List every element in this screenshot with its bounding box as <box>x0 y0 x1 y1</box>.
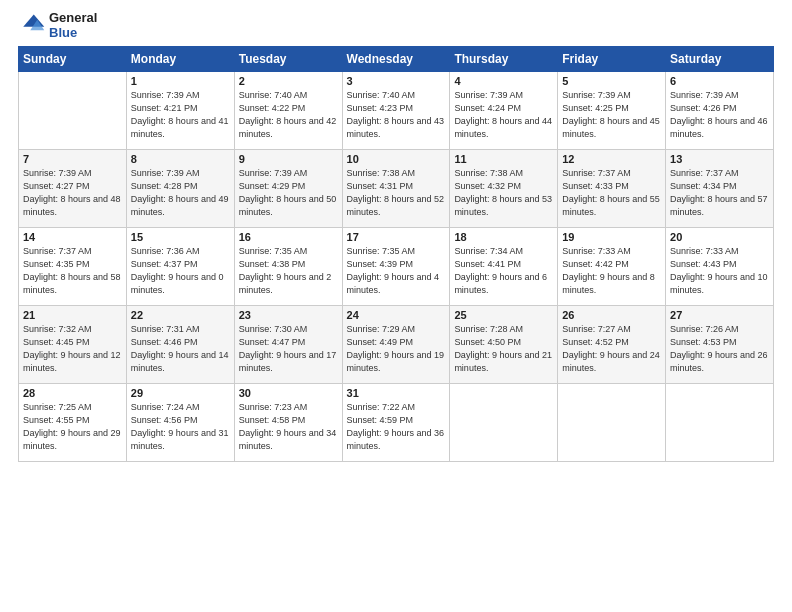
day-number: 15 <box>131 231 230 243</box>
day-number: 12 <box>562 153 661 165</box>
weekday-header-friday: Friday <box>558 47 666 72</box>
calendar-cell: 2Sunrise: 7:40 AMSunset: 4:22 PMDaylight… <box>234 72 342 150</box>
day-info: Sunrise: 7:27 AMSunset: 4:52 PMDaylight:… <box>562 323 661 375</box>
day-info: Sunrise: 7:39 AMSunset: 4:26 PMDaylight:… <box>670 89 769 141</box>
week-row-4: 21Sunrise: 7:32 AMSunset: 4:45 PMDayligh… <box>19 306 774 384</box>
calendar-cell: 20Sunrise: 7:33 AMSunset: 4:43 PMDayligh… <box>666 228 774 306</box>
week-row-1: 1Sunrise: 7:39 AMSunset: 4:21 PMDaylight… <box>19 72 774 150</box>
day-number: 17 <box>347 231 446 243</box>
day-number: 29 <box>131 387 230 399</box>
calendar-cell: 27Sunrise: 7:26 AMSunset: 4:53 PMDayligh… <box>666 306 774 384</box>
day-number: 9 <box>239 153 338 165</box>
calendar-cell: 17Sunrise: 7:35 AMSunset: 4:39 PMDayligh… <box>342 228 450 306</box>
day-number: 23 <box>239 309 338 321</box>
calendar-cell: 29Sunrise: 7:24 AMSunset: 4:56 PMDayligh… <box>126 384 234 462</box>
weekday-header-saturday: Saturday <box>666 47 774 72</box>
day-info: Sunrise: 7:37 AMSunset: 4:35 PMDaylight:… <box>23 245 122 297</box>
day-info: Sunrise: 7:39 AMSunset: 4:24 PMDaylight:… <box>454 89 553 141</box>
day-info: Sunrise: 7:34 AMSunset: 4:41 PMDaylight:… <box>454 245 553 297</box>
day-number: 28 <box>23 387 122 399</box>
day-number: 16 <box>239 231 338 243</box>
day-number: 26 <box>562 309 661 321</box>
day-info: Sunrise: 7:35 AMSunset: 4:39 PMDaylight:… <box>347 245 446 297</box>
calendar-cell: 4Sunrise: 7:39 AMSunset: 4:24 PMDaylight… <box>450 72 558 150</box>
day-info: Sunrise: 7:40 AMSunset: 4:22 PMDaylight:… <box>239 89 338 141</box>
day-info: Sunrise: 7:35 AMSunset: 4:38 PMDaylight:… <box>239 245 338 297</box>
calendar-cell: 31Sunrise: 7:22 AMSunset: 4:59 PMDayligh… <box>342 384 450 462</box>
day-info: Sunrise: 7:23 AMSunset: 4:58 PMDaylight:… <box>239 401 338 453</box>
day-number: 6 <box>670 75 769 87</box>
calendar-cell: 3Sunrise: 7:40 AMSunset: 4:23 PMDaylight… <box>342 72 450 150</box>
day-info: Sunrise: 7:24 AMSunset: 4:56 PMDaylight:… <box>131 401 230 453</box>
calendar-cell: 25Sunrise: 7:28 AMSunset: 4:50 PMDayligh… <box>450 306 558 384</box>
day-number: 27 <box>670 309 769 321</box>
calendar-cell: 8Sunrise: 7:39 AMSunset: 4:28 PMDaylight… <box>126 150 234 228</box>
weekday-header-wednesday: Wednesday <box>342 47 450 72</box>
day-number: 1 <box>131 75 230 87</box>
calendar-cell: 5Sunrise: 7:39 AMSunset: 4:25 PMDaylight… <box>558 72 666 150</box>
day-number: 14 <box>23 231 122 243</box>
day-number: 11 <box>454 153 553 165</box>
week-row-3: 14Sunrise: 7:37 AMSunset: 4:35 PMDayligh… <box>19 228 774 306</box>
calendar-cell: 1Sunrise: 7:39 AMSunset: 4:21 PMDaylight… <box>126 72 234 150</box>
day-info: Sunrise: 7:31 AMSunset: 4:46 PMDaylight:… <box>131 323 230 375</box>
day-number: 4 <box>454 75 553 87</box>
day-info: Sunrise: 7:37 AMSunset: 4:34 PMDaylight:… <box>670 167 769 219</box>
calendar-cell: 12Sunrise: 7:37 AMSunset: 4:33 PMDayligh… <box>558 150 666 228</box>
weekday-header-monday: Monday <box>126 47 234 72</box>
day-info: Sunrise: 7:32 AMSunset: 4:45 PMDaylight:… <box>23 323 122 375</box>
day-number: 18 <box>454 231 553 243</box>
calendar-cell: 13Sunrise: 7:37 AMSunset: 4:34 PMDayligh… <box>666 150 774 228</box>
day-info: Sunrise: 7:30 AMSunset: 4:47 PMDaylight:… <box>239 323 338 375</box>
day-info: Sunrise: 7:39 AMSunset: 4:25 PMDaylight:… <box>562 89 661 141</box>
calendar-cell: 23Sunrise: 7:30 AMSunset: 4:47 PMDayligh… <box>234 306 342 384</box>
calendar-cell: 15Sunrise: 7:36 AMSunset: 4:37 PMDayligh… <box>126 228 234 306</box>
calendar-table: SundayMondayTuesdayWednesdayThursdayFrid… <box>18 46 774 462</box>
calendar-cell <box>19 72 127 150</box>
calendar-cell: 30Sunrise: 7:23 AMSunset: 4:58 PMDayligh… <box>234 384 342 462</box>
weekday-header-row: SundayMondayTuesdayWednesdayThursdayFrid… <box>19 47 774 72</box>
day-number: 13 <box>670 153 769 165</box>
day-number: 7 <box>23 153 122 165</box>
calendar-cell: 10Sunrise: 7:38 AMSunset: 4:31 PMDayligh… <box>342 150 450 228</box>
week-row-5: 28Sunrise: 7:25 AMSunset: 4:55 PMDayligh… <box>19 384 774 462</box>
day-info: Sunrise: 7:37 AMSunset: 4:33 PMDaylight:… <box>562 167 661 219</box>
day-info: Sunrise: 7:33 AMSunset: 4:42 PMDaylight:… <box>562 245 661 297</box>
calendar-cell <box>666 384 774 462</box>
day-number: 10 <box>347 153 446 165</box>
day-number: 22 <box>131 309 230 321</box>
day-info: Sunrise: 7:39 AMSunset: 4:28 PMDaylight:… <box>131 167 230 219</box>
calendar-cell: 28Sunrise: 7:25 AMSunset: 4:55 PMDayligh… <box>19 384 127 462</box>
calendar-cell <box>450 384 558 462</box>
day-info: Sunrise: 7:39 AMSunset: 4:29 PMDaylight:… <box>239 167 338 219</box>
calendar-cell: 9Sunrise: 7:39 AMSunset: 4:29 PMDaylight… <box>234 150 342 228</box>
day-info: Sunrise: 7:40 AMSunset: 4:23 PMDaylight:… <box>347 89 446 141</box>
svg-marker-0 <box>23 15 44 27</box>
day-number: 3 <box>347 75 446 87</box>
day-number: 5 <box>562 75 661 87</box>
day-info: Sunrise: 7:38 AMSunset: 4:31 PMDaylight:… <box>347 167 446 219</box>
day-info: Sunrise: 7:39 AMSunset: 4:21 PMDaylight:… <box>131 89 230 141</box>
weekday-header-thursday: Thursday <box>450 47 558 72</box>
day-info: Sunrise: 7:26 AMSunset: 4:53 PMDaylight:… <box>670 323 769 375</box>
logo: General Blue <box>18 10 97 40</box>
calendar-cell: 18Sunrise: 7:34 AMSunset: 4:41 PMDayligh… <box>450 228 558 306</box>
day-info: Sunrise: 7:38 AMSunset: 4:32 PMDaylight:… <box>454 167 553 219</box>
day-info: Sunrise: 7:33 AMSunset: 4:43 PMDaylight:… <box>670 245 769 297</box>
day-info: Sunrise: 7:29 AMSunset: 4:49 PMDaylight:… <box>347 323 446 375</box>
day-info: Sunrise: 7:25 AMSunset: 4:55 PMDaylight:… <box>23 401 122 453</box>
day-info: Sunrise: 7:36 AMSunset: 4:37 PMDaylight:… <box>131 245 230 297</box>
logo-icon <box>18 11 46 39</box>
day-info: Sunrise: 7:39 AMSunset: 4:27 PMDaylight:… <box>23 167 122 219</box>
calendar-cell: 19Sunrise: 7:33 AMSunset: 4:42 PMDayligh… <box>558 228 666 306</box>
calendar-cell: 6Sunrise: 7:39 AMSunset: 4:26 PMDaylight… <box>666 72 774 150</box>
calendar-cell: 22Sunrise: 7:31 AMSunset: 4:46 PMDayligh… <box>126 306 234 384</box>
day-number: 30 <box>239 387 338 399</box>
logo-text: General Blue <box>49 10 97 40</box>
calendar-cell: 14Sunrise: 7:37 AMSunset: 4:35 PMDayligh… <box>19 228 127 306</box>
week-row-2: 7Sunrise: 7:39 AMSunset: 4:27 PMDaylight… <box>19 150 774 228</box>
calendar-cell: 26Sunrise: 7:27 AMSunset: 4:52 PMDayligh… <box>558 306 666 384</box>
calendar-cell: 24Sunrise: 7:29 AMSunset: 4:49 PMDayligh… <box>342 306 450 384</box>
weekday-header-sunday: Sunday <box>19 47 127 72</box>
day-number: 8 <box>131 153 230 165</box>
